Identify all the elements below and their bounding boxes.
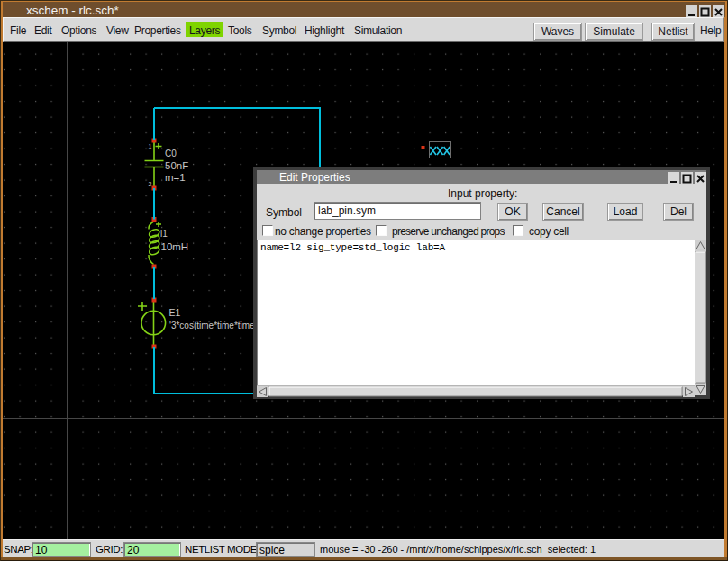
svg-text:E1: E1 <box>169 307 181 318</box>
svg-text:'3*cos(time*time*time)': '3*cos(time*time*time)' <box>169 321 259 330</box>
svg-text:l1: l1 <box>160 229 168 239</box>
svg-text:50nF: 50nF <box>165 160 188 171</box>
svg-text:m=1: m=1 <box>165 172 186 183</box>
svg-text:1: 1 <box>149 143 152 149</box>
svg-text:2: 2 <box>149 181 152 187</box>
svg-text:10mH: 10mH <box>161 241 189 252</box>
svg-text:C0: C0 <box>165 149 177 158</box>
